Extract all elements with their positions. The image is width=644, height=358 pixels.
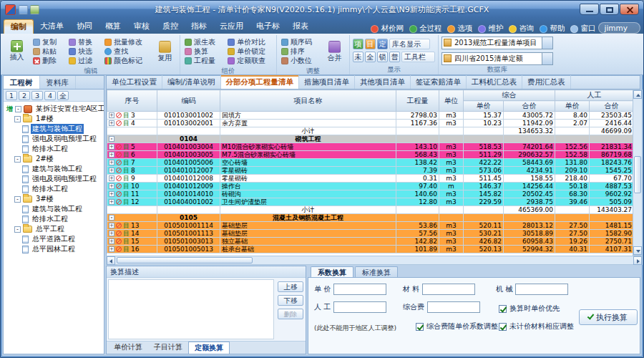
- replace-button[interactable]: 替换: [67, 37, 100, 47]
- ribbon-tab-协同[interactable]: 协同: [70, 19, 99, 34]
- content-tab-分部分项工程量清单[interactable]: 分部分项工程量清单: [221, 75, 300, 89]
- row-expander-icon[interactable]: +: [109, 183, 114, 189]
- ribbon-tab-质控[interactable]: 质控: [156, 19, 185, 34]
- color-mark-button[interactable]: 颜色标记: [103, 56, 150, 65]
- pager-button-3[interactable]: 3: [31, 91, 43, 100]
- tree-expander-icon[interactable]: -: [14, 196, 21, 203]
- grid-row[interactable]: +目8010401012007零星砌砖7.39m3573.064234.9120…: [107, 167, 633, 175]
- list-library-select[interactable]: 2013规范工程量清单项目: [441, 37, 553, 49]
- toggle-item-button[interactable]: 项: [353, 39, 364, 49]
- grid-row[interactable]: -0105混凝土及钢筋混凝土工程: [107, 214, 633, 222]
- panel-tab-资料库[interactable]: 资料库: [40, 76, 77, 89]
- tree-expander-icon[interactable]: -: [15, 106, 21, 112]
- tree-node[interactable]: -3#楼: [5, 194, 104, 204]
- library-name-display-button[interactable]: 库名显示: [389, 39, 430, 49]
- grid-row[interactable]: 小计134653.3246699.09: [107, 127, 633, 135]
- tree-expander-icon[interactable]: -: [14, 226, 21, 233]
- toggle-quota-button[interactable]: 定: [377, 39, 388, 49]
- content-tab-签证索赔清单[interactable]: 签证索赔清单: [411, 75, 467, 89]
- paste-button[interactable]: 粘贴: [31, 47, 64, 56]
- unit-price-input[interactable]: [333, 284, 386, 295]
- grid-row[interactable]: +目5010401003004M10混合砂浆砌实心砖墙143.10m3518.5…: [107, 143, 633, 151]
- tree-node[interactable]: 建筑与装饰工程: [5, 204, 104, 214]
- copy-button[interactable]: 复制: [31, 37, 64, 47]
- row-expander-icon[interactable]: +: [109, 238, 114, 244]
- filter-button[interactable]: 过滤: [67, 56, 100, 65]
- pager-button-4[interactable]: 4: [44, 91, 56, 100]
- tree-node[interactable]: 建筑与装饰工程: [5, 124, 104, 134]
- content-tab-单位工程设置[interactable]: 单位工程设置: [107, 75, 162, 89]
- column-header-unit[interactable]: 单位: [439, 90, 464, 112]
- tree-node[interactable]: 给排水工程: [5, 214, 104, 224]
- row-expander-icon[interactable]: +: [109, 231, 114, 236]
- ribbon-tab-概算[interactable]: 概算: [99, 19, 127, 34]
- bottom-tab-单价计算[interactable]: 单价计算: [108, 342, 148, 354]
- quota-link-button[interactable]: 定额联查: [226, 56, 273, 65]
- combo-arrow[interactable]: [542, 53, 552, 64]
- tree-node[interactable]: -总平工程: [5, 224, 104, 234]
- column-header-code[interactable]: 编码: [157, 90, 220, 112]
- block-select-button[interactable]: 块选: [67, 47, 100, 56]
- move-button-上移[interactable]: 上移: [278, 281, 303, 292]
- checkbox-comp-fee-follow[interactable]: 综合费随单价系数调整: [416, 321, 498, 332]
- save-icon[interactable]: [19, 5, 28, 14]
- toggle-sub-item-button[interactable]: 目: [365, 39, 376, 49]
- ribbon-tab-审核[interactable]: 审核: [127, 19, 156, 34]
- toolbar-button[interactable]: 工具栏: [401, 52, 435, 62]
- delete-button[interactable]: 删除: [31, 56, 64, 65]
- user-menu[interactable]: jimmy: [598, 22, 640, 34]
- grid-row[interactable]: +目13010501001114基础垫层53.86m3520.1128013.1…: [107, 222, 633, 230]
- sort-button[interactable]: 排序: [280, 47, 320, 56]
- column-header-composite[interactable]: 综合: [464, 90, 555, 101]
- grid-row[interactable]: +目6010401003005M7.5混合砂浆砌实心砖墙568.43m3511.…: [107, 151, 633, 159]
- scroll-right-button[interactable]: [633, 256, 642, 265]
- toggle-normal-button[interactable]: 普: [389, 52, 400, 62]
- panel-tab-工程树[interactable]: 工程树: [4, 76, 40, 89]
- maximize-button[interactable]: [600, 4, 619, 15]
- quantity-button[interactable]: 工程量: [183, 56, 223, 65]
- checkbox-price-priority[interactable]: 换算时单价优先: [499, 304, 560, 314]
- row-expander-icon[interactable]: +: [109, 112, 114, 118]
- minimize-button[interactable]: [580, 4, 599, 15]
- quota-library-select[interactable]: 四川省2015清单定额: [441, 52, 553, 65]
- grid-row[interactable]: +目14010501001113基础垫层57.56m3530.2130518.8…: [107, 230, 633, 238]
- content-tab-费用汇总表[interactable]: 费用汇总表: [522, 75, 571, 89]
- column-header-labor[interactable]: 人工: [555, 90, 633, 101]
- scroll-down-button[interactable]: [633, 246, 642, 255]
- execute-conversion-button[interactable]: 执行换算: [579, 309, 638, 325]
- column-header-labor-total-price[interactable]: 合价: [590, 101, 633, 112]
- grid-row[interactable]: +目10010401012009操作台97.40m146.3714256.445…: [107, 183, 633, 190]
- grid-row[interactable]: -0104砌筑工程: [107, 135, 633, 143]
- row-expander-icon[interactable]: +: [109, 144, 114, 150]
- column-header-sn[interactable]: 序号: [107, 90, 157, 112]
- tree-node[interactable]: 总平园林工程: [5, 244, 104, 254]
- sequence-code-button[interactable]: 顺序码: [280, 37, 320, 47]
- row-expander-icon[interactable]: +: [109, 246, 114, 252]
- row-expander-icon[interactable]: -: [109, 215, 114, 221]
- tree-node[interactable]: 强电及弱电预埋工程: [5, 174, 104, 184]
- pager-button-全[interactable]: 全: [57, 91, 69, 100]
- pager-button-2[interactable]: 2: [19, 91, 30, 100]
- grid-row[interactable]: +目12010404001002卫生间炉渣垫层12.80m3229.592938…: [107, 198, 633, 206]
- row-expander-icon[interactable]: +: [109, 160, 114, 165]
- pager-button-1[interactable]: 1: [6, 91, 17, 100]
- reuse-button[interactable]: 复用: [153, 36, 177, 67]
- utility-whole-process[interactable]: 全过程: [409, 24, 442, 34]
- utility-maintain[interactable]: 维护: [478, 24, 503, 34]
- grid-row[interactable]: +目7010401005006空心砖墙138.42m3422.2258443.6…: [107, 159, 633, 167]
- undo-icon[interactable]: [30, 5, 39, 14]
- conversion-description-list[interactable]: [108, 279, 274, 339]
- insert-button[interactable]: 插入: [5, 36, 29, 67]
- scroll-left-button[interactable]: [107, 256, 115, 265]
- tree-expander-icon[interactable]: -: [14, 116, 21, 122]
- grid-row[interactable]: +目9010401012008零星砌砖0.31m3511.45158.55218…: [107, 175, 633, 183]
- find-button[interactable]: 查找: [103, 47, 150, 56]
- utility-price-web[interactable]: 材价网: [371, 24, 404, 34]
- merge-button[interactable]: 合并: [323, 36, 346, 67]
- tree-node[interactable]: 建筑与装饰工程: [5, 164, 104, 174]
- content-tab-措施项目清单[interactable]: 措施项目清单: [299, 75, 355, 89]
- vertical-scroll-thumb[interactable]: [634, 156, 641, 193]
- labor-input[interactable]: [333, 301, 386, 313]
- row-expander-icon[interactable]: +: [109, 199, 114, 205]
- content-tab-工料机汇总表[interactable]: 工料机汇总表: [467, 75, 522, 89]
